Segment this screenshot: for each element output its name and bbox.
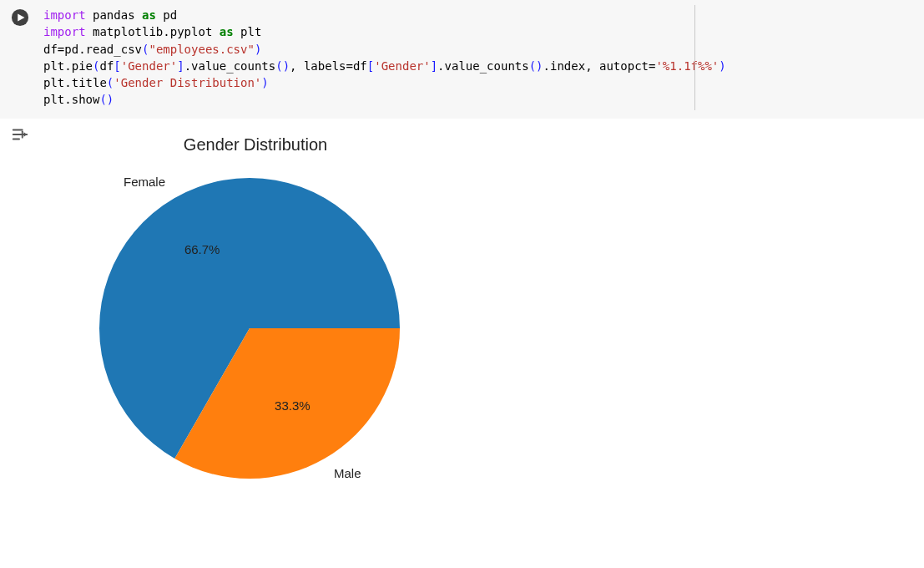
output-area: Gender Distribution 66.7%Female33.3%Male <box>0 119 924 525</box>
pie-pct-label: 33.3% <box>275 398 311 413</box>
output-gutter <box>0 124 40 144</box>
pie-category-label: Female <box>119 175 165 189</box>
code-editor[interactable]: import pandas as pd import matplotlib.py… <box>40 5 924 110</box>
pie-pct-label: 66.7% <box>184 242 220 256</box>
editor-vertical-rule <box>694 5 695 110</box>
run-cell-button[interactable] <box>11 8 29 27</box>
notebook-cell: import pandas as pd import matplotlib.py… <box>0 0 924 525</box>
play-circle-icon <box>11 8 29 27</box>
code-input-area: import pandas as pd import matplotlib.py… <box>0 0 924 119</box>
svg-marker-2 <box>24 132 28 137</box>
chart-title: Gender Distribution <box>47 135 464 155</box>
variable-inspector-icon[interactable] <box>11 125 29 144</box>
cell-gutter <box>0 5 40 27</box>
pie-svg <box>95 174 404 483</box>
pie-chart: Gender Distribution 66.7%Female33.3%Male <box>47 124 464 525</box>
pie-category-label: Male <box>334 466 361 480</box>
